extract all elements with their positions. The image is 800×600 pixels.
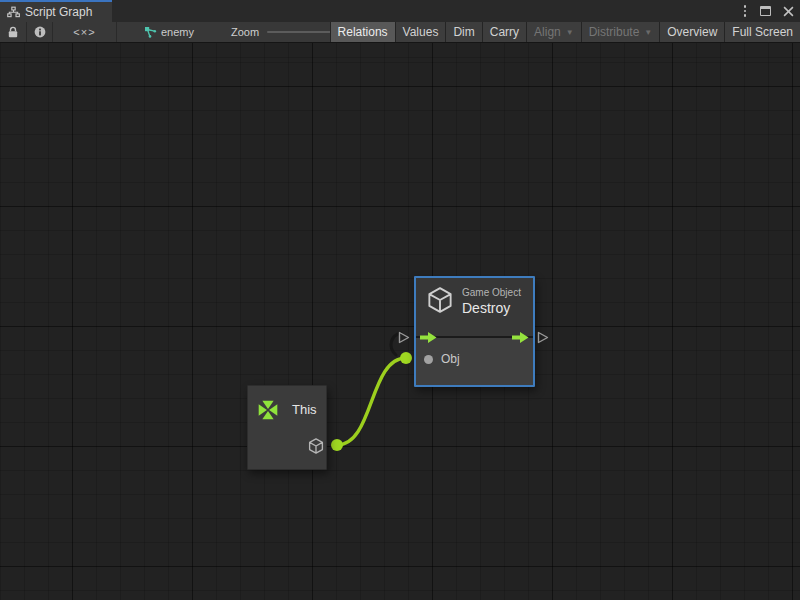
gameobject-output-port-icon[interactable] [307, 437, 325, 455]
info-icon [34, 26, 46, 38]
graph-asset-icon [144, 26, 157, 39]
control-output-port[interactable] [537, 331, 549, 344]
fullscreen-button[interactable]: Full Screen [724, 22, 800, 42]
lock-icon [7, 26, 19, 39]
toolbar-toggle-group: Relations Values Dim Carry Align ▼ Distr… [330, 22, 800, 42]
script-graph-icon [7, 6, 20, 18]
control-input-arrow-icon[interactable] [420, 332, 437, 343]
tab-title: Script Graph [25, 5, 92, 19]
node-this[interactable]: This [247, 385, 327, 470]
control-output-arrow-icon[interactable] [512, 332, 529, 343]
node-title: This [292, 402, 317, 417]
maximize-icon[interactable] [760, 6, 771, 16]
carry-toggle[interactable]: Carry [482, 22, 526, 42]
chevron-down-icon: ▼ [644, 28, 652, 37]
align-dropdown[interactable]: Align ▼ [526, 22, 581, 42]
graph-name: enemy [161, 26, 194, 38]
graph-toolbar: <×> enemy Zoom 1x Relations Values Dim C… [0, 22, 800, 43]
dim-toggle[interactable]: Dim [445, 22, 481, 42]
zoom-label: Zoom [231, 26, 259, 38]
tab-script-graph[interactable]: Script Graph [0, 0, 112, 22]
gameobject-cube-icon [425, 285, 455, 315]
lock-button[interactable] [0, 22, 26, 42]
graph-breadcrumb[interactable]: enemy [144, 26, 194, 39]
relations-toggle[interactable]: Relations [330, 22, 395, 42]
node-title: Destroy [462, 300, 521, 316]
toolbar-separator [116, 22, 117, 42]
obj-input-label: Obj [441, 352, 460, 366]
chevron-down-icon: ▼ [566, 28, 574, 37]
code-view-button[interactable]: <×> [53, 22, 116, 42]
overview-button[interactable]: Overview [659, 22, 724, 42]
control-input-port[interactable] [398, 331, 410, 344]
window-titlebar: Script Graph [0, 0, 800, 22]
values-toggle[interactable]: Values [395, 22, 446, 42]
window-menu-icon[interactable] [742, 3, 749, 19]
code-view-icon: <×> [73, 26, 95, 38]
graph-canvas[interactable] [0, 43, 800, 600]
node-destroy[interactable]: Game Object Destroy Obj [414, 276, 535, 387]
obj-input-port[interactable] [424, 355, 433, 364]
close-icon[interactable] [783, 6, 794, 17]
node-body [416, 338, 533, 385]
node-category: Game Object [462, 287, 521, 298]
distribute-dropdown[interactable]: Distribute ▼ [581, 22, 660, 42]
info-button[interactable] [27, 22, 52, 42]
self-icon [255, 397, 281, 423]
